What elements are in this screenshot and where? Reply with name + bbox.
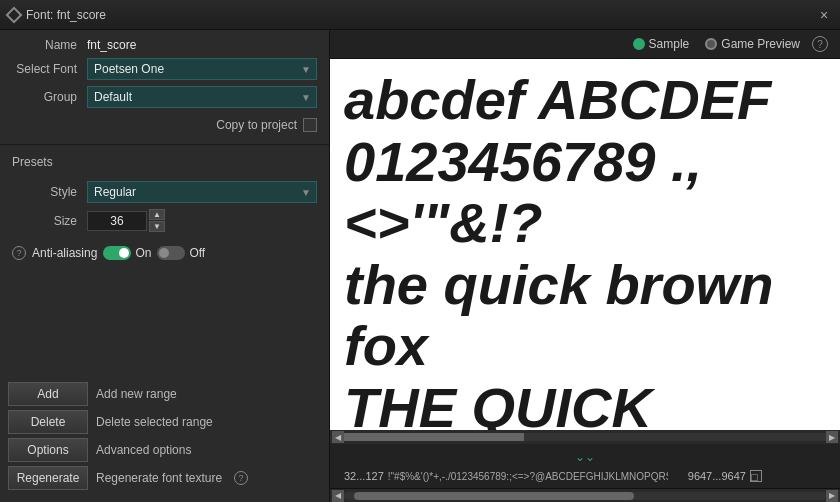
range2-group: 9647...9647 □ bbox=[688, 470, 762, 482]
preview-line4: THE QUICK BROWN F bbox=[344, 377, 826, 430]
bottom-scrollbar[interactable]: ◀ ▶ bbox=[330, 488, 840, 502]
game-preview-label: Game Preview bbox=[721, 37, 800, 51]
preview-hscroll[interactable]: ◀ ▶ bbox=[330, 430, 840, 444]
range1-chars: !"#$%&'()*+,-./0123456789:;<=>?@ABCDEFGH… bbox=[388, 471, 668, 482]
regenerate-description: Regenerate font texture bbox=[96, 471, 222, 485]
regenerate-btn-row: Regenerate Regenerate font texture ? bbox=[8, 466, 321, 490]
copy-to-project-row: Copy to project bbox=[0, 118, 329, 132]
size-increment-button[interactable]: ▲ bbox=[149, 209, 165, 220]
select-font-row: Select Font Poetsen One Arial Verdana ▼ bbox=[12, 58, 317, 80]
style-label: Style bbox=[12, 185, 87, 199]
game-preview-radio-inactive bbox=[705, 38, 717, 50]
anti-alias-toggle-group: On Off bbox=[103, 246, 205, 260]
style-select-wrapper: Regular Bold Italic ▼ bbox=[87, 181, 317, 203]
hscroll-thumb[interactable] bbox=[344, 433, 524, 441]
font-preview: abcdef ABCDEF 0123456789 .,<>'"&!? the q… bbox=[330, 59, 840, 430]
bottom-scroll-track bbox=[344, 492, 826, 500]
group-row: Group Default ▼ bbox=[12, 86, 317, 108]
delete-btn-row: Delete Delete selected range bbox=[8, 410, 321, 434]
select-font-label: Select Font bbox=[12, 62, 87, 76]
game-preview-radio[interactable]: Game Preview bbox=[705, 37, 800, 51]
preview-header: Sample Game Preview ? bbox=[330, 30, 840, 59]
group-select[interactable]: Default bbox=[87, 86, 317, 108]
size-label: Size bbox=[12, 214, 87, 228]
size-input-wrapper: ▲ ▼ bbox=[87, 209, 165, 232]
anti-alias-label: Anti-aliasing bbox=[32, 246, 97, 260]
bottom-scroll-thumb[interactable] bbox=[354, 492, 634, 500]
hscroll-track bbox=[344, 433, 826, 441]
title-bar: Font: fnt_score × bbox=[0, 0, 840, 30]
group-select-wrapper: Default ▼ bbox=[87, 86, 317, 108]
preview-line1: abcdef ABCDEF bbox=[344, 69, 826, 131]
bottom-scroll-right[interactable]: ▶ bbox=[826, 490, 838, 502]
name-value: fnt_score bbox=[87, 38, 136, 52]
range1-group: 32...127 !"#$%&'()*+,-./0123456789:;<=>?… bbox=[344, 470, 668, 482]
preview-line3: the quick brown fox bbox=[344, 254, 826, 377]
footer-scroll-row: ⌄⌄ bbox=[338, 448, 832, 466]
anti-alias-help-icon[interactable]: ? bbox=[12, 246, 26, 260]
preview-footer: ⌄⌄ 32...127 !"#$%&'()*+,-./0123456789:;<… bbox=[330, 444, 840, 488]
sample-radio[interactable]: Sample bbox=[633, 37, 690, 51]
group-label: Group bbox=[12, 90, 87, 104]
toggle-on-switch[interactable] bbox=[103, 246, 131, 260]
size-decrement-button[interactable]: ▼ bbox=[149, 221, 165, 232]
name-row: Name fnt_score bbox=[12, 38, 317, 52]
anti-alias-row: ? Anti-aliasing On Off bbox=[0, 242, 329, 264]
preview-help-icon[interactable]: ? bbox=[812, 36, 828, 52]
delete-button[interactable]: Delete bbox=[8, 410, 88, 434]
options-description: Advanced options bbox=[96, 443, 191, 457]
window-icon bbox=[6, 6, 23, 23]
size-input[interactable] bbox=[87, 211, 147, 231]
toggle-on-group: On bbox=[103, 246, 151, 260]
size-row: Size ▲ ▼ bbox=[12, 209, 317, 232]
options-button[interactable]: Options bbox=[8, 438, 88, 462]
presets-label: Presets bbox=[0, 149, 329, 173]
sample-label: Sample bbox=[649, 37, 690, 51]
left-panel: Name fnt_score Select Font Poetsen One A… bbox=[0, 30, 330, 502]
hscroll-left-arrow[interactable]: ◀ bbox=[332, 431, 344, 443]
add-btn-row: Add Add new range bbox=[8, 382, 321, 406]
toggle-off-label: Off bbox=[189, 246, 205, 260]
preview-line2: 0123456789 .,<>'"&!? bbox=[344, 131, 826, 254]
font-select-wrapper: Poetsen One Arial Verdana ▼ bbox=[87, 58, 317, 80]
name-label: Name bbox=[12, 38, 87, 52]
footer-info-row: 32...127 !"#$%&'()*+,-./0123456789:;<=>?… bbox=[338, 468, 832, 484]
copy-icon[interactable]: □ bbox=[750, 470, 762, 482]
radio-group: Sample Game Preview bbox=[633, 37, 800, 51]
toggle-off-group: Off bbox=[157, 246, 205, 260]
sample-radio-active bbox=[633, 38, 645, 50]
regenerate-help-icon[interactable]: ? bbox=[234, 471, 248, 485]
window-title: Font: fnt_score bbox=[26, 8, 810, 22]
hscroll-right-arrow[interactable]: ▶ bbox=[826, 431, 838, 443]
style-row: Style Regular Bold Italic ▼ bbox=[12, 181, 317, 203]
range2-value: 9647...9647 bbox=[688, 470, 746, 482]
toggle-off-switch[interactable] bbox=[157, 246, 185, 260]
add-description: Add new range bbox=[96, 387, 177, 401]
add-button[interactable]: Add bbox=[8, 382, 88, 406]
font-preview-text: abcdef ABCDEF 0123456789 .,<>'"&!? the q… bbox=[330, 59, 840, 430]
bottom-buttons: Add Add new range Delete Delete selected… bbox=[0, 376, 329, 494]
style-select[interactable]: Regular Bold Italic bbox=[87, 181, 317, 203]
right-panel: Sample Game Preview ? abcdef ABCDEF 0123… bbox=[330, 30, 840, 502]
range1-value: 32...127 bbox=[344, 470, 384, 482]
font-select[interactable]: Poetsen One Arial Verdana bbox=[87, 58, 317, 80]
toggle-on-label: On bbox=[135, 246, 151, 260]
divider1 bbox=[0, 144, 329, 145]
copy-to-project-label: Copy to project bbox=[216, 118, 297, 132]
delete-description: Delete selected range bbox=[96, 415, 213, 429]
options-btn-row: Options Advanced options bbox=[8, 438, 321, 462]
bottom-scroll-left[interactable]: ◀ bbox=[332, 490, 344, 502]
copy-to-project-checkbox[interactable] bbox=[303, 118, 317, 132]
scroll-down-icon[interactable]: ⌄⌄ bbox=[575, 450, 595, 464]
size-spinbuttons: ▲ ▼ bbox=[149, 209, 165, 232]
regenerate-button[interactable]: Regenerate bbox=[8, 466, 88, 490]
close-button[interactable]: × bbox=[816, 7, 832, 23]
main-layout: Name fnt_score Select Font Poetsen One A… bbox=[0, 30, 840, 502]
